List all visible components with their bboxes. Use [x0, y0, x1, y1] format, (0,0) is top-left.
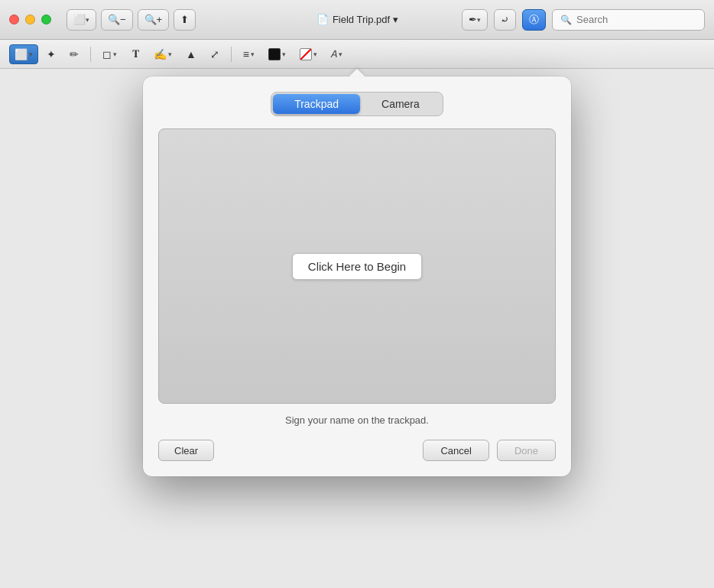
stamp-button[interactable]: ▲ [180, 44, 202, 64]
stroke-caret-icon: ▾ [313, 50, 317, 58]
stroke-color-button[interactable]: ▾ [294, 44, 323, 64]
annotate-button[interactable]: Ⓐ [522, 9, 546, 31]
sign-button[interactable]: ✍ ▾ [148, 44, 177, 64]
zoom-in-button[interactable]: 🔍+ [138, 9, 170, 31]
text-icon: 𝐓 [132, 47, 139, 60]
cancel-button[interactable]: Cancel [423, 440, 488, 461]
main-content: Trackpad Camera Click Here to Begin Sign… [0, 69, 714, 588]
lines-button[interactable]: ≡ ▾ [238, 44, 260, 64]
instruction-text: Sign your name on the trackpad. [158, 414, 556, 426]
shapes-button[interactable]: ◻ ▾ [97, 44, 122, 64]
pen-icon: ✒ [469, 14, 477, 25]
annotate-icon: Ⓐ [529, 13, 539, 27]
font-caret-icon: ▾ [339, 50, 342, 58]
tab-group: Trackpad Camera [271, 92, 443, 116]
magic-select-icon: ✦ [47, 48, 56, 60]
tab-switcher: Trackpad Camera [158, 92, 556, 116]
tab-camera[interactable]: Camera [360, 94, 441, 114]
search-input[interactable] [576, 14, 696, 25]
sign-caret-icon: ▾ [168, 50, 172, 58]
shapes-caret-icon: ▾ [113, 50, 117, 58]
minimize-button[interactable] [25, 15, 35, 24]
fill-color-swatch [268, 48, 281, 60]
clear-button[interactable]: Clear [158, 440, 214, 461]
done-button[interactable]: Done [497, 440, 556, 461]
lines-icon: ≡ [243, 48, 249, 60]
shapes-icon: ◻ [102, 48, 112, 60]
tab-trackpad[interactable]: Trackpad [273, 94, 360, 114]
footer-right-buttons: Cancel Done [423, 440, 556, 461]
signature-dialog: Trackpad Camera Click Here to Begin Sign… [143, 76, 571, 476]
sidebar-toggle-button[interactable]: ⬜ ▾ [67, 9, 96, 31]
rect-caret-icon: ▾ [29, 50, 33, 58]
sign-icon: ✍ [154, 48, 167, 60]
fill-color-button[interactable]: ▾ [263, 44, 291, 64]
lines-caret-icon: ▾ [251, 50, 255, 58]
crop-icon: ⤢ [210, 48, 219, 60]
toolbar-divider-1 [90, 47, 91, 62]
transform-button[interactable]: ⤾ [494, 9, 516, 31]
share-icon: ⬆ [180, 14, 189, 25]
zoom-out-icon: 🔍− [108, 14, 126, 25]
pen-draw-button[interactable]: ✏ [64, 44, 84, 64]
sidebar-icon: ⬜ [73, 14, 86, 25]
pen-draw-icon: ✏ [70, 48, 79, 60]
rect-select-icon: ⬜ [15, 48, 28, 60]
toolbar-left: ⬜ ▾ 🔍− 🔍+ ⬆ [67, 9, 196, 31]
pen-tool-button[interactable]: ✒ ▾ [462, 9, 488, 31]
modal-overlay: Trackpad Camera Click Here to Begin Sign… [0, 69, 714, 588]
search-icon: 🔍 [560, 15, 572, 25]
crop-button[interactable]: ⤢ [205, 44, 225, 64]
share-button[interactable]: ⬆ [174, 9, 196, 31]
maximize-button[interactable] [41, 15, 51, 24]
title-dropdown-icon[interactable]: ▾ [393, 14, 398, 25]
zoom-out-button[interactable]: 🔍− [101, 9, 133, 31]
fill-caret-icon: ▾ [282, 50, 286, 58]
signature-canvas[interactable]: Click Here to Begin [158, 128, 556, 404]
pdf-icon: 📄 [316, 13, 329, 27]
traffic-lights [9, 15, 51, 24]
transform-icon: ⤾ [501, 14, 509, 25]
text-button[interactable]: 𝐓 [125, 44, 145, 64]
zoom-in-icon: 🔍+ [144, 14, 163, 25]
magic-select-button[interactable]: ✦ [41, 44, 61, 64]
search-box[interactable]: 🔍 [552, 9, 705, 31]
window-title-group: 📄 Field Trip.pdf ▾ [316, 13, 398, 27]
rect-select-button[interactable]: ⬜ ▾ [9, 44, 38, 64]
toolbar-right: ✒ ▾ ⤾ Ⓐ 🔍 [462, 9, 705, 31]
window-title: Field Trip.pdf [333, 14, 390, 25]
font-icon: 𝘈 [331, 47, 337, 60]
stamp-icon: ▲ [186, 48, 196, 60]
close-button[interactable] [9, 15, 19, 24]
modal-footer: Clear Cancel Done [158, 440, 556, 461]
toolbar-divider-2 [231, 47, 232, 62]
sidebar-caret-icon: ▾ [86, 16, 89, 24]
pen-caret-icon: ▾ [477, 16, 481, 24]
click-to-begin-button[interactable]: Click Here to Begin [292, 253, 422, 280]
font-button[interactable]: 𝘈 ▾ [326, 44, 348, 64]
annotation-toolbar: ⬜ ▾ ✦ ✏ ◻ ▾ 𝐓 ✍ ▾ ▲ ⤢ ≡ ▾ ▾ ▾ 𝘈 ▾ [0, 40, 714, 69]
stroke-color-swatch [300, 48, 312, 60]
title-bar: ⬜ ▾ 🔍− 🔍+ ⬆ 📄 Field Trip.pdf ▾ ✒ ▾ ⤾ Ⓐ 🔍 [0, 0, 714, 40]
